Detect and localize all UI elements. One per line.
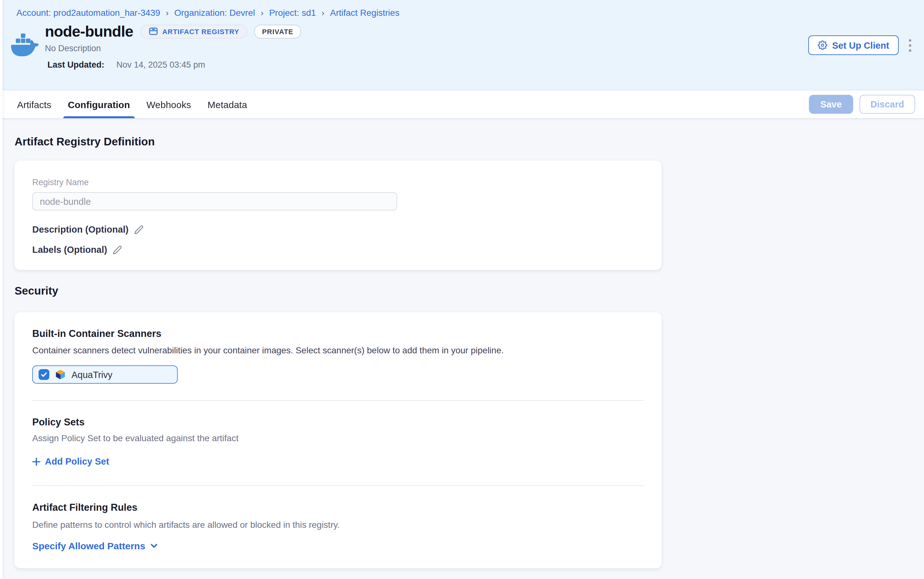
- policy-sets-title: Policy Sets: [32, 417, 644, 428]
- configuration-content: Artifact Registry Definition Registry Na…: [0, 119, 924, 568]
- security-card: Built-in Container Scanners Container sc…: [15, 312, 662, 568]
- add-policy-set-label: Add Policy Set: [45, 456, 109, 466]
- breadcrumb-separator-icon: ›: [166, 8, 169, 17]
- checkmark-icon: [41, 371, 48, 378]
- tab-bar: Artifacts Configuration Webhooks Metadat…: [0, 90, 924, 119]
- tab-configuration[interactable]: Configuration: [59, 90, 138, 118]
- add-policy-set-button[interactable]: Add Policy Set: [32, 456, 109, 466]
- aquatrivy-label: AquaTrivy: [72, 370, 112, 379]
- artifact-registry-badge: ARTIFACT REGISTRY: [140, 25, 247, 38]
- discard-button[interactable]: Discard: [860, 95, 915, 114]
- description-field-row: Description (Optional): [32, 224, 644, 234]
- last-updated-value: Nov 14, 2025 03:45 pm: [116, 60, 205, 70]
- more-options-button[interactable]: [905, 36, 915, 55]
- edit-labels-icon[interactable]: [113, 245, 122, 255]
- section-divider: [32, 400, 644, 401]
- labels-field-row: Labels (Optional): [32, 245, 644, 255]
- labels-optional-label: Labels (Optional): [32, 245, 107, 255]
- page-title: node-bundle: [45, 23, 133, 39]
- specify-allowed-patterns-toggle[interactable]: Specify Allowed Patterns: [32, 540, 158, 551]
- aquatrivy-checkbox[interactable]: [39, 369, 49, 380]
- last-updated-row: Last Updated: Nov 14, 2025 03:45 pm: [45, 60, 301, 70]
- tab-artifacts[interactable]: Artifacts: [9, 90, 59, 118]
- description-optional-label: Description (Optional): [32, 224, 129, 234]
- section-divider: [32, 485, 644, 486]
- registry-name-input[interactable]: [32, 192, 397, 211]
- breadcrumb-organization[interactable]: Organization: Devrel: [174, 8, 255, 18]
- tab-metadata[interactable]: Metadata: [199, 90, 255, 118]
- specify-allowed-patterns-label: Specify Allowed Patterns: [32, 540, 145, 551]
- artifact-registry-page: Account: prod2automation_har-3439 › Orga…: [0, 0, 924, 579]
- archive-box-icon: [148, 26, 158, 36]
- container-scanners-title: Built-in Container Scanners: [32, 328, 644, 339]
- chevron-down-icon: [149, 541, 158, 550]
- policy-sets-description: Assign Policy Set to be evaluated agains…: [32, 433, 644, 443]
- breadcrumb-artifact-registries[interactable]: Artifact Registries: [330, 8, 400, 18]
- container-scanners-description: Container scanners detect vulnerabilitie…: [32, 345, 644, 355]
- registry-header: Account: prod2automation_har-3439 › Orga…: [0, 0, 924, 90]
- set-up-client-button[interactable]: Set Up Client: [808, 35, 899, 55]
- filtering-rules-description: Define patterns to control which artifac…: [32, 519, 644, 529]
- private-badge: PRIVATE: [254, 25, 301, 38]
- filtering-rules-title: Artifact Filtering Rules: [32, 502, 644, 513]
- breadcrumb-project[interactable]: Project: sd1: [269, 8, 316, 18]
- breadcrumb-separator-icon: ›: [321, 8, 324, 17]
- registry-description: No Description: [45, 44, 301, 53]
- aquatrivy-scanner-option[interactable]: AquaTrivy: [32, 365, 178, 384]
- artifact-registry-badge-label: ARTIFACT REGISTRY: [162, 28, 239, 35]
- section-title-security: Security: [15, 285, 924, 298]
- gear-icon: [818, 41, 827, 50]
- registry-name-label: Registry Name: [32, 178, 644, 187]
- header-info: node-bundle ARTIFACT REGISTRY PRIVATE No…: [45, 23, 301, 70]
- trivy-cube-icon: [55, 369, 66, 380]
- breadcrumb-account[interactable]: Account: prod2automation_har-3439: [16, 8, 161, 18]
- section-title-definition: Artifact Registry Definition: [15, 119, 924, 149]
- last-updated-label: Last Updated:: [48, 60, 104, 70]
- set-up-client-label: Set Up Client: [832, 40, 889, 50]
- plus-icon: [32, 457, 41, 466]
- breadcrumb: Account: prod2automation_har-3439 › Orga…: [16, 8, 911, 18]
- tab-webhooks[interactable]: Webhooks: [138, 90, 199, 118]
- docker-whale-icon: [11, 33, 39, 70]
- definition-card: Registry Name Description (Optional) Lab…: [15, 160, 662, 270]
- breadcrumb-separator-icon: ›: [261, 8, 264, 17]
- edit-description-icon[interactable]: [134, 225, 144, 234]
- save-button[interactable]: Save: [809, 95, 853, 114]
- left-nav-edge: [0, 0, 3, 579]
